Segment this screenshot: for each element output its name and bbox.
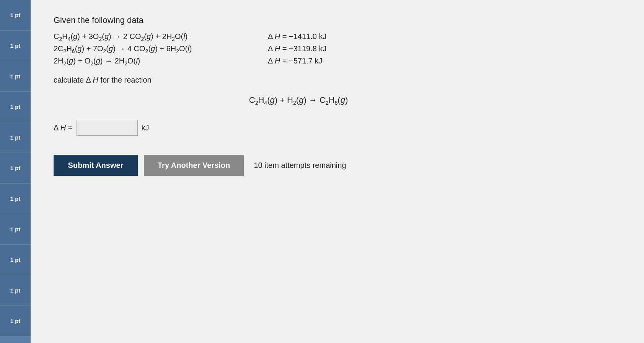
sidebar-item-label-1: 1 pt [10,12,21,18]
sidebar-item-label-8: 1 pt [10,226,21,232]
reaction-row-1: C2H4(g) + 3O2(g) → 2 CO2(g) + 2H2O(l) Δ … [54,32,513,42]
sidebar-item-4[interactable]: 1 pt [0,92,31,122]
sidebar-item-label-9: 1 pt [10,257,21,263]
button-row: Submit Answer Try Another Version 10 ite… [54,155,513,176]
sidebar-item-9[interactable]: 1 pt [0,245,31,275]
sidebar-item-2[interactable]: 1 pt [0,31,31,61]
sidebar-item-6[interactable]: 1 pt [0,153,31,184]
sidebar-item-1[interactable]: 1 pt [0,0,31,31]
sidebar-item-label-7: 1 pt [10,195,21,202]
reaction-dh-2: Δ H = −3119.8 kJ [268,44,326,53]
reaction-row-2: 2C2H6(g) + 7O2(g) → 4 CO2(g) + 6H2O(l) Δ… [54,44,513,54]
sidebar-item-label-5: 1 pt [10,134,21,141]
sidebar-item-label-11: 1 pt [10,318,21,324]
answer-input[interactable] [77,120,138,136]
sidebar-item-10[interactable]: 1 pt [0,275,31,306]
reaction-dh-3: Δ H = −571.7 kJ [268,57,322,65]
reaction-row-3: 2H2(g) + O2(g) → 2H2O(l) Δ H = −571.7 kJ [54,57,513,67]
delta-h-label: Δ H = [54,124,73,132]
sidebar-item-11[interactable]: 1 pt [0,306,31,336]
given-title: Given the following data [54,15,513,25]
sidebar-item-label-6: 1 pt [10,165,21,171]
try-another-version-button[interactable]: Try Another Version [144,155,244,176]
sidebar-item-5[interactable]: 1 pt [0,122,31,153]
sidebar-item-label-10: 1 pt [10,287,21,294]
attempts-remaining-text: 10 item attempts remaining [254,161,346,170]
reaction-eq-1: C2H4(g) + 3O2(g) → 2 CO2(g) + 2H2O(l) [54,32,253,42]
submit-answer-button[interactable]: Submit Answer [54,155,138,176]
sidebar-item-label-4: 1 pt [10,104,21,110]
question-block: Given the following data C2H4(g) + 3O2(g… [54,15,513,176]
sidebar-item-label-2: 1 pt [10,42,21,49]
reaction-eq-2: 2C2H6(g) + 7O2(g) → 4 CO2(g) + 6H2O(l) [54,44,253,54]
sidebar-item-label-3: 1 pt [10,73,21,80]
sidebar-item-8[interactable]: 1 pt [0,214,31,245]
kj-label: kJ [142,124,149,132]
main-content: Given the following data C2H4(g) + 3O2(g… [31,0,644,343]
sidebar: 1 pt 1 pt 1 pt 1 pt 1 pt 1 pt 1 pt 1 pt … [0,0,31,343]
sidebar-item-3[interactable]: 1 pt [0,61,31,92]
reaction-dh-1: Δ H = −1411.0 kJ [268,32,326,41]
answer-row: Δ H = kJ [54,120,513,136]
target-reaction: C2H4(g) + H2(g) → C2H6(g) [84,95,513,106]
reaction-eq-3: 2H2(g) + O2(g) → 2H2O(l) [54,57,253,67]
calculate-label: calculate Δ H for the reaction [54,76,513,85]
sidebar-item-7[interactable]: 1 pt [0,184,31,214]
reactions-table: C2H4(g) + 3O2(g) → 2 CO2(g) + 2H2O(l) Δ … [54,32,513,67]
